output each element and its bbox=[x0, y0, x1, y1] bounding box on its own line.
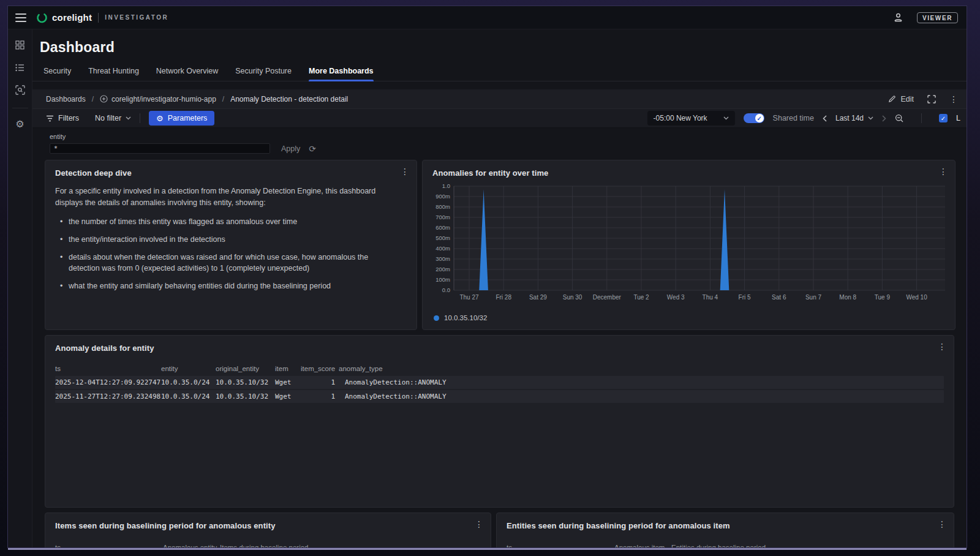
anomalies-time-chart[interactable]: 0.0100m200m300m400m500m600m700m800m900m1… bbox=[432, 182, 945, 306]
svg-text:300m: 300m bbox=[435, 255, 450, 262]
live-checkbox[interactable]: ✓ bbox=[939, 114, 948, 122]
corelight-logo-icon bbox=[36, 12, 48, 23]
anomaly-details-panel: Anomaly details for entity ⋮ tsentityori… bbox=[45, 335, 954, 508]
column-header[interactable]: Items during baseline period bbox=[220, 539, 481, 547]
deep-dive-intro: For a specific entity involved in a dete… bbox=[55, 186, 404, 209]
column-header[interactable]: original_entity bbox=[216, 361, 275, 376]
table-row[interactable]: 2025-11-27T12:27:09.232498Z10.0.35.0/241… bbox=[55, 390, 944, 403]
main-content: Dashboard SecurityThreat HuntingNetwork … bbox=[32, 29, 967, 547]
refresh-icon[interactable]: ⟳ bbox=[309, 145, 316, 153]
entities-baseline-table: tsAnomalous itemEntities during baseline… bbox=[507, 539, 944, 547]
time-range-dropdown[interactable]: Last 14d bbox=[835, 114, 873, 122]
search-scan-nav-icon[interactable] bbox=[13, 83, 28, 97]
hamburger-menu-icon[interactable] bbox=[15, 13, 26, 22]
svg-text:200m: 200m bbox=[435, 266, 450, 272]
edit-button[interactable]: Edit bbox=[888, 95, 914, 103]
svg-text:500m: 500m bbox=[435, 235, 450, 241]
bullet-item: the entity/interaction involved in the d… bbox=[55, 234, 398, 245]
table-cell[interactable]: 1 bbox=[301, 390, 339, 403]
timezone-dropdown[interactable]: -05:00 New York bbox=[647, 111, 735, 126]
entities-baseline-panel: Entities seen during baselining period f… bbox=[496, 513, 954, 547]
chart-legend[interactable]: 10.0.35.10/32 bbox=[432, 314, 945, 321]
tab-more-dashboards[interactable]: More Dashboards bbox=[309, 63, 374, 81]
column-header[interactable]: Entities during baseline period bbox=[671, 539, 944, 547]
breadcrumb: Dashboards / corelight/investigator-humi… bbox=[32, 89, 967, 108]
settings-gear-icon[interactable]: ⚙ bbox=[13, 116, 28, 131]
apply-button[interactable]: Apply bbox=[281, 145, 300, 153]
panel-kebab-menu-icon[interactable]: ⋮ bbox=[401, 167, 409, 176]
table-cell[interactable]: AnomalyDetection::ANOMALY bbox=[339, 390, 944, 403]
fullscreen-icon[interactable] bbox=[927, 95, 936, 103]
edit-label: Edit bbox=[900, 95, 914, 103]
column-header[interactable]: entity bbox=[161, 361, 216, 376]
breadcrumb-dashboards[interactable]: Dashboards bbox=[46, 95, 86, 103]
panel-kebab-menu-icon[interactable]: ⋮ bbox=[939, 167, 948, 176]
rail-divider bbox=[12, 108, 28, 108]
tab-security[interactable]: Security bbox=[43, 63, 71, 81]
filter-bar: Filters No filter ⚙ Parameters -05:00 Ne… bbox=[32, 108, 967, 128]
svg-text:Mon 8: Mon 8 bbox=[839, 294, 856, 301]
legend-dot-icon bbox=[434, 315, 439, 321]
column-header[interactable]: anomaly_type bbox=[339, 361, 944, 376]
column-header[interactable]: Anomalous entity bbox=[163, 539, 220, 547]
dashboards-nav-icon[interactable] bbox=[13, 37, 28, 52]
column-header[interactable]: ts bbox=[55, 361, 161, 376]
filter-divider bbox=[140, 113, 140, 123]
breadcrumb-package[interactable]: corelight/investigator-humio-app bbox=[100, 95, 216, 103]
entity-param-input[interactable] bbox=[50, 143, 270, 154]
panel-kebab-menu-icon[interactable]: ⋮ bbox=[938, 520, 946, 528]
dashboard-kebab-menu-icon[interactable]: ⋮ bbox=[949, 95, 958, 103]
svg-text:700m: 700m bbox=[435, 214, 450, 220]
time-back-button[interactable] bbox=[823, 115, 827, 122]
svg-text:600m: 600m bbox=[435, 224, 450, 231]
table-cell[interactable]: AnomalyDetection::ANOMALY bbox=[339, 376, 944, 389]
left-nav-rail: ⚙ bbox=[8, 29, 32, 547]
entity-param-label: entity bbox=[50, 133, 967, 140]
table-cell[interactable]: 10.0.35.10/32 bbox=[216, 376, 275, 389]
table-cell[interactable]: Wget bbox=[275, 376, 301, 389]
table-header-row: tsentityoriginal_entityitemitem_scoreano… bbox=[55, 361, 944, 376]
table-cell[interactable]: Wget bbox=[275, 390, 301, 403]
svg-text:400m: 400m bbox=[435, 245, 450, 252]
breadcrumb-package-label: corelight/investigator-humio-app bbox=[111, 95, 216, 103]
tab-security-posture[interactable]: Security Posture bbox=[235, 63, 292, 81]
table-cell[interactable]: 10.0.35.0/24 bbox=[161, 376, 216, 389]
table-cell[interactable]: 10.0.35.10/32 bbox=[216, 390, 275, 403]
filters-button[interactable]: Filters bbox=[46, 114, 79, 122]
svg-text:Thu 27: Thu 27 bbox=[459, 294, 479, 301]
zoom-out-icon[interactable] bbox=[895, 114, 904, 123]
column-header[interactable]: ts bbox=[507, 539, 614, 547]
shared-time-toggle[interactable]: ✓ bbox=[744, 113, 764, 123]
bullet-item: the number of times this entity was flag… bbox=[55, 216, 398, 227]
column-header[interactable]: item_score bbox=[301, 361, 339, 376]
anomaly-details-table: tsentityoriginal_entityitemitem_scoreano… bbox=[55, 361, 944, 403]
live-label: L bbox=[956, 114, 960, 122]
deep-dive-bullet-list: the number of times this entity was flag… bbox=[55, 216, 407, 292]
user-icon[interactable] bbox=[893, 12, 903, 23]
tab-network-overview[interactable]: Network Overview bbox=[156, 63, 218, 81]
svg-text:0.0: 0.0 bbox=[442, 287, 450, 293]
time-forward-button[interactable] bbox=[882, 115, 886, 122]
list-nav-icon[interactable] bbox=[13, 60, 28, 75]
table-cell[interactable]: 2025-12-04T12:27:09.922747Z bbox=[55, 376, 161, 389]
svg-text:Tue 2: Tue 2 bbox=[633, 294, 649, 301]
panel-kebab-menu-icon[interactable]: ⋮ bbox=[938, 342, 946, 351]
column-header[interactable]: item bbox=[275, 361, 301, 376]
column-header[interactable]: Anomalous item bbox=[614, 539, 671, 547]
table-cell[interactable]: 1 bbox=[301, 376, 339, 389]
no-filter-dropdown[interactable]: No filter bbox=[95, 114, 131, 122]
dashboard-tabs: SecurityThreat HuntingNetwork OverviewSe… bbox=[32, 63, 967, 81]
legend-label: 10.0.35.10/32 bbox=[444, 314, 487, 321]
panel-title: Anomalies for entity over time bbox=[432, 168, 945, 178]
column-header[interactable]: ts bbox=[55, 539, 163, 547]
table-cell[interactable]: 2025-11-27T12:27:09.232498Z bbox=[55, 390, 161, 403]
table-row[interactable]: 2025-12-04T12:27:09.922747Z10.0.35.0/241… bbox=[55, 376, 944, 389]
svg-text:Sun 7: Sun 7 bbox=[805, 294, 822, 301]
svg-text:Fri 5: Fri 5 bbox=[739, 294, 751, 301]
table-cell[interactable]: 10.0.35.0/24 bbox=[161, 390, 216, 403]
bullet-item: what the entity and similarly behaving e… bbox=[55, 280, 398, 291]
anomalies-chart-panel: Anomalies for entity over time ⋮ 0.0100m… bbox=[422, 160, 956, 330]
panel-kebab-menu-icon[interactable]: ⋮ bbox=[475, 520, 483, 528]
parameters-button[interactable]: ⚙ Parameters bbox=[149, 111, 214, 126]
tab-threat-hunting[interactable]: Threat Hunting bbox=[88, 63, 139, 81]
